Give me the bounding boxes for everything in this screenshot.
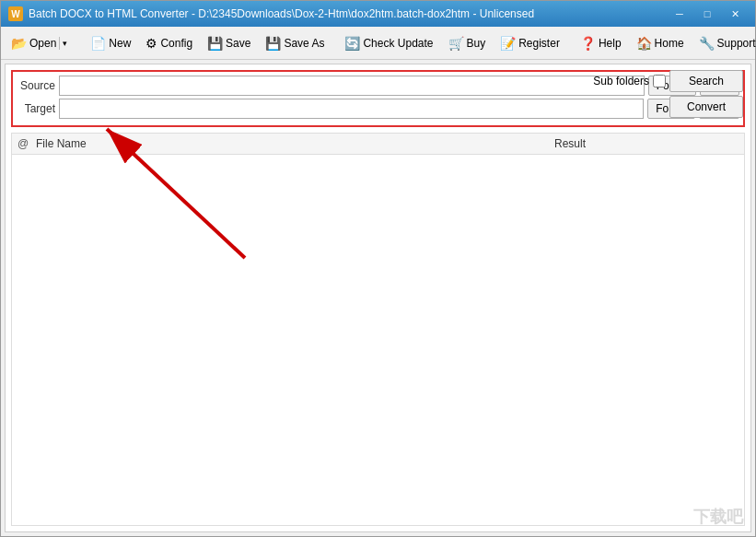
new-button[interactable]: 📄 New bbox=[84, 30, 137, 56]
subfolders-label: Sub folders bbox=[593, 75, 649, 88]
save-button[interactable]: 💾 Save bbox=[201, 30, 257, 56]
config-icon: ⚙ bbox=[145, 36, 157, 51]
toolbar: 📂 Open ▾ 📄 New ⚙ Config 💾 Save 💾 Save As… bbox=[1, 27, 755, 60]
register-label: Register bbox=[518, 37, 560, 50]
register-button[interactable]: 📝 Register bbox=[494, 30, 566, 56]
title-bar-left: W Batch DOCX to HTML Converter - D:\2345… bbox=[8, 6, 534, 21]
right-panel: Sub folders Search Convert bbox=[593, 70, 743, 118]
buy-button[interactable]: 🛒 Buy bbox=[442, 30, 493, 56]
save-icon: 💾 bbox=[207, 36, 223, 51]
table-header: @ File Name Result bbox=[12, 134, 744, 155]
col-filename: File Name bbox=[36, 137, 554, 150]
home-label: Home bbox=[655, 37, 684, 50]
support-icon: 🔧 bbox=[699, 36, 715, 51]
subfolders-checkbox[interactable] bbox=[653, 75, 666, 88]
col-result: Result bbox=[554, 137, 739, 150]
maximize-button[interactable]: □ bbox=[694, 5, 720, 23]
window-title: Batch DOCX to HTML Converter - D:\2345Do… bbox=[29, 7, 534, 20]
config-button[interactable]: ⚙ Config bbox=[139, 30, 199, 56]
save-as-label: Save As bbox=[284, 37, 324, 50]
save-label: Save bbox=[226, 37, 250, 50]
file-table: @ File Name Result bbox=[11, 133, 745, 526]
new-icon: 📄 bbox=[90, 36, 106, 51]
open-label: Open bbox=[29, 37, 56, 50]
help-button[interactable]: ❓ Help bbox=[574, 30, 628, 56]
title-controls: ─ □ ✕ bbox=[667, 5, 748, 23]
check-update-label: Check Update bbox=[363, 37, 433, 50]
save-as-icon: 💾 bbox=[265, 36, 281, 51]
new-label: New bbox=[109, 37, 131, 50]
convert-button[interactable]: Convert bbox=[669, 96, 743, 118]
support-label: Support bbox=[717, 37, 756, 50]
register-icon: 📝 bbox=[500, 36, 516, 51]
main-window: W Batch DOCX to HTML Converter - D:\2345… bbox=[0, 0, 756, 537]
source-input[interactable] bbox=[59, 76, 645, 96]
subfolder-row: Sub folders Search bbox=[593, 70, 743, 92]
search-button[interactable]: Search bbox=[669, 70, 743, 92]
source-label: Source bbox=[17, 79, 55, 92]
config-label: Config bbox=[160, 37, 192, 50]
buy-label: Buy bbox=[467, 37, 486, 50]
home-icon: 🏠 bbox=[636, 36, 652, 51]
close-button[interactable]: ✕ bbox=[722, 5, 748, 23]
target-label: Target bbox=[17, 102, 55, 115]
open-button[interactable]: 📂 Open ▾ bbox=[5, 30, 76, 56]
check-update-button[interactable]: 🔄 Check Update bbox=[338, 30, 439, 56]
open-icon: 📂 bbox=[11, 36, 27, 51]
app-icon: W bbox=[8, 6, 23, 21]
target-input[interactable] bbox=[59, 99, 644, 119]
save-as-button[interactable]: 💾 Save As bbox=[259, 30, 331, 56]
home-button[interactable]: 🏠 Home bbox=[630, 30, 691, 56]
buy-icon: 🛒 bbox=[448, 36, 464, 51]
title-bar: W Batch DOCX to HTML Converter - D:\2345… bbox=[1, 1, 755, 27]
check-update-icon: 🔄 bbox=[344, 36, 360, 51]
help-label: Help bbox=[599, 37, 622, 50]
open-dropdown-arrow[interactable]: ▾ bbox=[59, 37, 70, 50]
support-button[interactable]: 🔧 Support bbox=[692, 30, 756, 56]
table-body bbox=[12, 155, 744, 522]
minimize-button[interactable]: ─ bbox=[667, 5, 692, 23]
watermark: 下载吧 bbox=[693, 506, 743, 528]
main-content: Source Folder Files Target Folder View S… bbox=[5, 64, 751, 532]
help-icon: ❓ bbox=[580, 36, 596, 51]
col-at: @ bbox=[17, 137, 36, 150]
convert-row: Convert bbox=[593, 96, 743, 118]
